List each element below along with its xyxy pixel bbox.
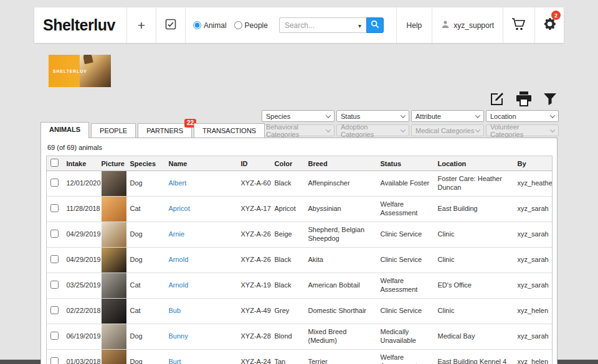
name-cell: Bub [165, 299, 237, 324]
adoption-categories-filter[interactable]: Adoption Categories [336, 124, 409, 136]
table-row[interactable]: 03/25/2019 Cat Arnold XYZ-A-193 Black Am… [47, 273, 553, 299]
id-cell: XYZ-A-24 [237, 350, 271, 364]
row-checkbox-cell [47, 324, 63, 350]
attribute-filter-label: Attribute [415, 113, 441, 120]
row-checkbox[interactable] [50, 357, 59, 364]
search-button[interactable] [366, 17, 384, 33]
table-row[interactable]: 01/03/2018 Dog Burt XYZ-A-24 Tan Terrier… [47, 350, 553, 364]
row-checkbox[interactable] [50, 306, 59, 314]
table-header-row: Intake Picture Species Name ID Color Bre… [47, 156, 553, 171]
search-dropdown-caret[interactable]: ▾ [358, 22, 361, 29]
bulk-select-button[interactable] [156, 7, 185, 43]
animal-photo[interactable] [102, 248, 126, 273]
tab-animals[interactable]: ANIMALS [40, 122, 89, 138]
col-color: Color [271, 156, 305, 171]
behavioral-categories-filter[interactable]: Behavioral Categories [262, 124, 335, 136]
status-cell: Welfare Assessment [377, 350, 434, 364]
table-row[interactable]: 12/01/2020 Dog Albert XYZ-A-603 Black Af… [47, 171, 553, 197]
row-checkbox[interactable] [50, 179, 59, 187]
location-filter[interactable]: Location [486, 110, 559, 122]
animal-photo[interactable] [102, 324, 126, 349]
picture-cell[interactable] [102, 222, 126, 248]
table-row[interactable]: 04/29/2019 Dog Arnold XYZ-A-265 Black Ak… [47, 248, 553, 273]
row-checkbox-cell [47, 248, 63, 273]
animal-name-link[interactable]: Arnold [169, 281, 189, 289]
animal-name-link[interactable]: Albert [169, 179, 187, 187]
cart-button[interactable] [503, 7, 534, 43]
adoption-categories-label: Adoption Categories [341, 123, 401, 138]
animal-photo[interactable] [102, 197, 126, 222]
volunteer-categories-filter[interactable]: Volunteer Categories [486, 124, 559, 136]
attribute-filter[interactable]: Attribute [411, 110, 484, 122]
location-cell: ED's Office [434, 273, 514, 299]
app-logo[interactable]: Shelterluv [34, 16, 126, 34]
print-icon[interactable] [515, 91, 533, 107]
status-cell: Welfare Assessment [377, 273, 434, 299]
navbar-right: Help xyz_support 2 [396, 7, 564, 43]
search-scope-animal[interactable]: Animal [193, 21, 227, 30]
table-row[interactable]: 11/28/2018 Cat Apricot XYZ-A-172 Apricot… [47, 197, 553, 222]
animal-name-link[interactable]: Arnie [169, 230, 185, 238]
animal-name-link[interactable]: Burt [169, 358, 181, 364]
table-row[interactable]: 06/19/2019 Dog Bunny XYZ-A-284 Blond Mix… [47, 324, 553, 350]
id-cell: XYZ-A-193 [237, 273, 271, 299]
animal-name-link[interactable]: Bub [169, 307, 181, 314]
status-cell: Clinic Service [377, 299, 434, 324]
status-cell: Medically Unavailable [377, 324, 434, 350]
picture-cell[interactable] [102, 273, 126, 299]
location-cell: Clinic [434, 222, 514, 248]
chevron-down-icon [326, 113, 331, 118]
medical-categories-filter[interactable]: Medical Categories [411, 124, 484, 136]
animal-photo[interactable] [102, 299, 126, 324]
row-checkbox[interactable] [50, 255, 59, 263]
edit-icon[interactable] [489, 91, 505, 107]
picture-cell[interactable] [102, 248, 126, 273]
animal-name-link[interactable]: Bunny [169, 332, 188, 340]
picture-cell[interactable] [102, 299, 126, 324]
tab-people[interactable]: PEOPLE [91, 123, 136, 138]
search-box: ▾ [279, 17, 384, 33]
animal-name-link[interactable]: Arnold [169, 256, 189, 263]
search-scope-people[interactable]: People [234, 21, 268, 30]
animal-radio-label: Animal [204, 21, 227, 30]
row-checkbox[interactable] [50, 230, 59, 238]
picture-cell[interactable] [102, 350, 126, 364]
people-radio[interactable] [234, 21, 242, 29]
col-picture: Picture [102, 156, 126, 171]
row-checkbox[interactable] [50, 204, 59, 212]
help-link[interactable]: Help [397, 21, 432, 30]
species-filter[interactable]: Species [262, 110, 335, 122]
status-filter[interactable]: Status [336, 110, 409, 122]
user-menu[interactable]: xyz_support [432, 20, 503, 30]
search-input[interactable] [279, 17, 366, 33]
settings-button[interactable]: 2 [535, 7, 564, 43]
animal-photo[interactable] [102, 171, 126, 196]
breed-cell: Shepherd, Belgian Sheepdog [305, 222, 377, 248]
user-icon [441, 20, 450, 30]
location-cell: East Building Kennel 4 [434, 350, 514, 364]
animal-radio[interactable] [193, 21, 201, 29]
name-cell: Arnie [165, 222, 237, 248]
tab-partners[interactable]: PARTNERS 22 [138, 123, 192, 138]
filter-icon[interactable] [543, 91, 558, 107]
animal-photo[interactable] [102, 350, 126, 364]
select-all-checkbox[interactable] [50, 159, 59, 167]
animal-photo[interactable] [102, 222, 126, 247]
table-row[interactable]: 02/22/2018 Cat Bub XYZ-A-49 Grey Domesti… [47, 299, 553, 324]
animal-photo[interactable] [102, 273, 126, 298]
behavioral-categories-label: Behavioral Categories [266, 123, 326, 138]
picture-cell[interactable] [102, 171, 126, 197]
table-row[interactable]: 04/29/2019 Dog Arnie XYZ-A-266 Beige She… [47, 222, 553, 248]
name-cell: Burt [165, 350, 237, 364]
animal-name-link[interactable]: Apricot [169, 205, 190, 212]
shelter-logo-image: SHELTERLUV [49, 55, 111, 87]
tab-transactions[interactable]: TRANSACTIONS [194, 123, 265, 138]
picture-cell[interactable] [102, 197, 126, 222]
species-cell: Dog [126, 324, 165, 350]
by-cell: xyz_helen [514, 299, 553, 324]
add-button[interactable]: + [127, 7, 156, 43]
picture-cell[interactable] [102, 324, 126, 350]
row-checkbox[interactable] [50, 332, 59, 340]
name-cell: Arnold [165, 248, 237, 273]
row-checkbox[interactable] [50, 281, 59, 289]
